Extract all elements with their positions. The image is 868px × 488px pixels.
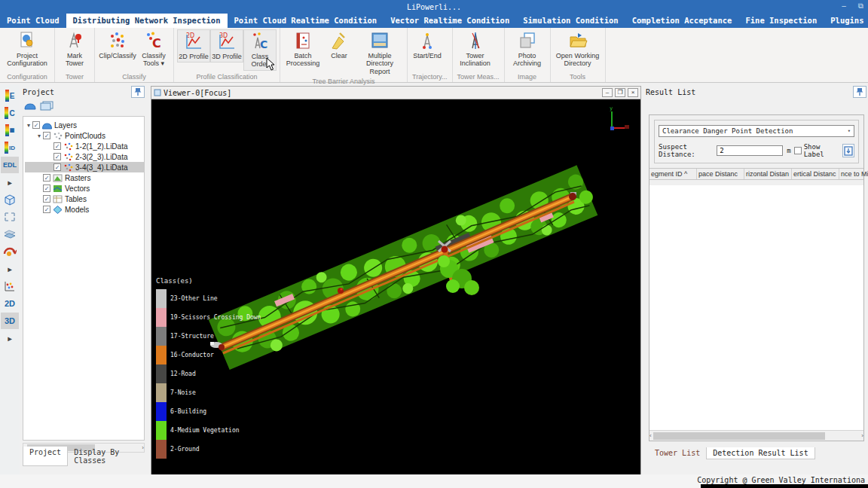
add-folder-icon[interactable] — [40, 101, 53, 111]
start-end-button[interactable]: Start/End — [411, 29, 444, 61]
checkbox-checked[interactable]: ✓ — [53, 142, 61, 150]
photo-archiving-button[interactable]: Photo Archiving — [508, 29, 547, 69]
scroll-left-icon[interactable]: ‹ — [649, 432, 652, 439]
project-configuration-button[interactable]: Project Configuration — [3, 29, 51, 69]
model-icon — [53, 206, 63, 214]
checkbox-checked[interactable]: ✓ — [53, 153, 61, 160]
2d-profile-button[interactable]: 2D 2D Profile — [177, 29, 210, 63]
tree-item-lidata-2[interactable]: ✓ 2-3(2_3).LiData — [25, 151, 144, 162]
column-distance-to-min[interactable]: nce to Mi — [839, 169, 868, 179]
scroll-right-icon[interactable]: › — [861, 432, 863, 439]
viewer-title-bar[interactable]: Viewer-0[Focus] – ❐ × — [151, 87, 640, 99]
checkbox-checked[interactable]: ✓ — [43, 174, 50, 181]
project-panel-title: Project — [23, 88, 54, 96]
group-label: Image — [508, 72, 547, 82]
unit-label: m — [787, 147, 790, 154]
edl-button[interactable]: EDL — [1, 157, 19, 173]
tree-item-layers[interactable]: ▾ ✓ Layers — [25, 120, 144, 130]
rotate-view-button[interactable] — [1, 243, 19, 260]
pin-icon[interactable] — [131, 86, 145, 98]
tab-vector-realtime-condition[interactable]: Vector Realtime Condition — [384, 14, 516, 28]
column-horizontal-distance[interactable]: rizontal Distan — [744, 169, 792, 179]
expander-icon[interactable]: ▸ — [1, 330, 19, 346]
clip-classify-button[interactable]: Clip/Classify — [98, 29, 137, 61]
checkbox-checked[interactable]: ✓ — [32, 121, 40, 129]
expander-icon[interactable]: ▸ — [1, 261, 19, 277]
mark-tower-button[interactable]: Mark Tower — [58, 29, 91, 69]
project-tree: ▾ ✓ Layers ▾ ✓ PointClouds ✓ — [23, 116, 145, 441]
tab-completion-acceptance[interactable]: Completion Acceptance — [625, 14, 739, 28]
checkbox-checked[interactable]: ✓ — [43, 185, 50, 192]
legend-item: 23-Other Line — [156, 289, 261, 308]
collapse-icon[interactable]: ▾ — [35, 133, 43, 139]
3d-view-button[interactable]: 3D — [1, 313, 19, 329]
checkbox-checked[interactable]: ✓ — [43, 195, 50, 203]
3d-box-button[interactable] — [1, 191, 19, 208]
tree-item-lidata-3-selected[interactable]: ✓ 3-4(3_4).LiData — [25, 162, 144, 172]
2d-view-button[interactable]: 2D — [1, 295, 19, 312]
group-tools: Open Working Directory Tools — [551, 28, 606, 82]
profile-chart-icon — [4, 281, 16, 292]
result-horizontal-scrollbar[interactable]: ‹ › — [649, 430, 863, 441]
classify-tools-button[interactable]: C Classify Tools ▾ — [137, 29, 170, 69]
detection-type-dropdown[interactable]: Clearance Danger Point Detection ▾ — [659, 125, 854, 137]
scrollbar-thumb[interactable] — [653, 432, 825, 440]
display-by-id-button[interactable]: ID — [1, 139, 19, 156]
detection-result-list-tab[interactable]: Detection Result List — [706, 447, 815, 459]
pin-icon[interactable] — [853, 86, 866, 98]
detection-result-area: Clearance Danger Point Detection ▾ Suspe… — [649, 114, 864, 441]
add-data-icon[interactable] — [24, 101, 36, 111]
viewer-close-icon[interactable]: × — [628, 88, 638, 97]
column-vertical-distance[interactable]: ertical Distanc — [792, 169, 839, 179]
open-working-directory-button[interactable]: Open Working Directory — [554, 29, 602, 69]
batch-processing-button[interactable]: Batch Processing — [283, 29, 322, 69]
column-segment-id[interactable]: egment ID ^ — [649, 169, 697, 179]
tree-item-pointclouds[interactable]: ▾ ✓ PointClouds — [25, 130, 144, 141]
display-by-class-button[interactable]: C — [1, 105, 19, 121]
class-legend: Class(es) 23-Other Line 19-Scissors Cros… — [156, 277, 261, 459]
viewer-restore-icon[interactable]: ❐ — [615, 88, 625, 97]
column-space-distance[interactable]: pace Distanc — [697, 169, 744, 179]
tree-item-vectors[interactable]: ✓ Vectors — [25, 183, 144, 194]
suspect-distance-input[interactable] — [717, 145, 783, 156]
minimize-icon[interactable]: – — [842, 2, 846, 11]
checkbox-checked[interactable]: ✓ — [53, 163, 61, 171]
suspect-distance-label: Suspect Distance: — [659, 143, 714, 158]
tab-fine-inspection[interactable]: Fine Inspection — [738, 14, 824, 28]
project-tab[interactable]: Project — [23, 447, 68, 466]
extract-button[interactable] — [842, 144, 854, 157]
vector-icon — [53, 185, 63, 193]
result-table-body[interactable] — [649, 185, 863, 430]
flatten-view-button[interactable] — [1, 226, 19, 242]
profile-chart-button[interactable] — [1, 278, 19, 294]
tree-item-tables[interactable]: ✓ Tables — [25, 194, 144, 204]
checkbox-checked[interactable]: ✓ — [43, 206, 50, 213]
tree-item-models[interactable]: ✓ Models — [25, 204, 144, 215]
display-by-elevation-button[interactable]: E — [1, 87, 19, 104]
checkbox-checked[interactable]: ✓ — [43, 132, 50, 139]
tower-inclination-button[interactable]: Tower Inclination — [456, 29, 495, 69]
tab-point-cloud[interactable]: Point Cloud — [0, 14, 66, 28]
display-by-classes-tab[interactable]: Display By Classes — [68, 447, 148, 466]
tree-item-rasters[interactable]: ✓ Rasters — [25, 172, 144, 183]
tab-plugins[interactable]: Plugins — [824, 14, 868, 28]
class-order-button[interactable]: C Class Order — [243, 29, 277, 71]
full-extent-button[interactable] — [1, 209, 19, 225]
collapse-icon[interactable]: ▾ — [25, 122, 32, 129]
tab-simulation-condition[interactable]: Simulation Condition — [516, 14, 625, 28]
group-classify: Clip/Classify C Classify Tools ▾ Classif… — [95, 28, 174, 82]
restore-icon[interactable]: ⧉ — [858, 2, 863, 11]
clear-button[interactable]: Clear — [322, 29, 356, 61]
3d-profile-button[interactable]: 3D 3D Profile — [210, 29, 243, 63]
display-by-rgb-button[interactable]: ▦ — [1, 122, 19, 139]
show-label-checkbox[interactable] — [794, 147, 802, 154]
viewer-canvas[interactable]: y Class(es) 23-Other Line 19-Scissors Cr… — [151, 99, 640, 475]
legend-title: Class(es) — [156, 277, 261, 285]
tree-item-lidata-1[interactable]: ✓ 1-2(1_2).LiData — [25, 141, 144, 151]
viewer-minimize-icon[interactable]: – — [602, 88, 613, 97]
expander-icon[interactable]: ▸ — [1, 174, 19, 191]
tab-point-cloud-realtime-condition[interactable]: Point Cloud Realtime Condition — [228, 14, 384, 28]
tower-list-tab[interactable]: Tower List — [649, 447, 706, 459]
multiple-directory-report-button[interactable]: Multiple Directory Report — [356, 29, 404, 77]
tab-distributing-network-inspection[interactable]: Distributing Network Inspection — [66, 14, 228, 28]
